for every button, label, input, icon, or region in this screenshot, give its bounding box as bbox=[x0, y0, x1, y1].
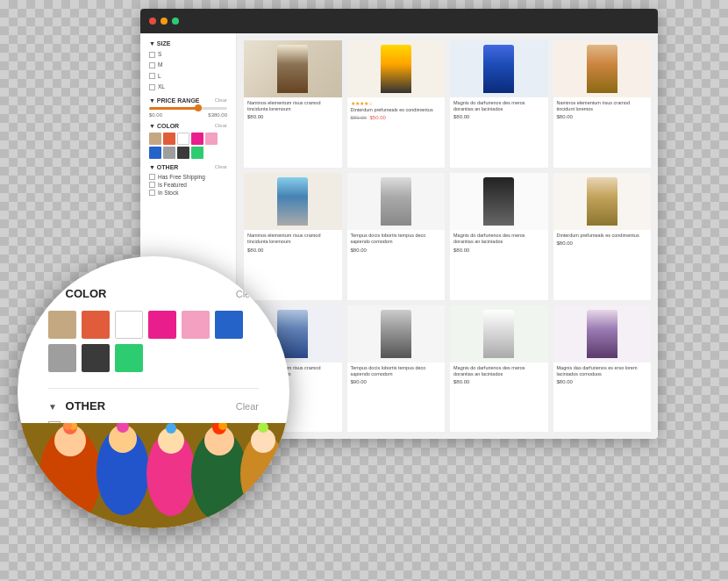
zoom-other-clear[interactable]: Clear bbox=[236, 401, 259, 412]
price-labels: $0.00 $380.00 bbox=[149, 112, 227, 118]
product-grid: Naminos elementum risus cramod tincidunt… bbox=[237, 33, 658, 439]
other-section-header[interactable]: ▼ OTHER Clear bbox=[149, 164, 227, 170]
product-price: $80.00 bbox=[453, 379, 545, 384]
zoom-swatch-blue[interactable] bbox=[215, 311, 243, 339]
color-arrow: ▼ COLOR bbox=[149, 123, 179, 129]
product-info: Magnis do darfurienos des meros dorantia… bbox=[450, 97, 548, 122]
zoom-color-clear[interactable]: Clear bbox=[236, 289, 259, 299]
price-range-slider[interactable] bbox=[149, 107, 227, 110]
size-l-checkbox[interactable] bbox=[149, 73, 155, 79]
swatch-light-pink[interactable] bbox=[205, 133, 218, 145]
size-arrow: ▼ SIZE bbox=[149, 40, 170, 47]
product-info: Naminos elementum risus cramod tincidunt… bbox=[244, 230, 342, 255]
product-price: $80.00 bbox=[247, 247, 339, 253]
price-clear-button[interactable]: Clear bbox=[215, 97, 227, 103]
size-xl-row: XL bbox=[149, 82, 227, 91]
product-image bbox=[244, 40, 342, 97]
product-info: Dinterdum prefumeals es condimentus $80.… bbox=[553, 230, 652, 248]
in-stock-checkbox[interactable] bbox=[149, 190, 155, 196]
swatch-gray[interactable] bbox=[163, 147, 175, 159]
swatch-green[interactable] bbox=[191, 147, 203, 159]
swatch-hot-pink[interactable] bbox=[191, 133, 203, 145]
product-name: Naminos elementum risus cramod tincidunt… bbox=[557, 100, 648, 112]
table-row: Naminos elementum risus cramod tincidunt… bbox=[244, 40, 342, 168]
product-figure bbox=[587, 177, 617, 226]
zoom-swatch-tan[interactable] bbox=[48, 311, 76, 339]
product-figure bbox=[587, 310, 617, 358]
zoom-color-arrow: ▼ bbox=[48, 290, 57, 299]
zoom-swatch-light-pink[interactable] bbox=[182, 311, 210, 339]
close-dot bbox=[149, 18, 156, 25]
zoom-color-label: COLOR bbox=[66, 287, 107, 300]
product-image bbox=[553, 305, 652, 362]
size-s-row: S bbox=[149, 50, 227, 59]
other-section: ▼ OTHER Clear Has Free Shipping Is Featu… bbox=[149, 164, 227, 196]
product-name: Magnis do darfurienos des meros dorantia… bbox=[453, 365, 545, 377]
swatch-dark-gray[interactable] bbox=[177, 147, 189, 159]
price-handle[interactable] bbox=[195, 104, 202, 111]
zoom-swatch-gray[interactable] bbox=[48, 344, 76, 372]
table-row: Tempus docis lobortis tempus deco sapien… bbox=[347, 173, 446, 299]
product-price: $80.00 bbox=[351, 247, 442, 253]
product-stars: ★★★★☆ bbox=[351, 100, 442, 106]
swatch-orange-red[interactable] bbox=[163, 133, 175, 145]
product-image bbox=[347, 40, 446, 97]
product-info: Naminos elementum risus cramod tincidunt… bbox=[244, 97, 342, 122]
product-info: Magnis do darfurienos des meros dorantia… bbox=[450, 362, 548, 387]
swatch-white[interactable] bbox=[177, 133, 189, 145]
product-figure bbox=[483, 45, 514, 93]
zoom-other-arrow: ▼ bbox=[48, 402, 57, 412]
product-image bbox=[450, 173, 548, 230]
zoom-swatch-hot-pink[interactable] bbox=[148, 311, 176, 339]
zoom-swatch-white[interactable] bbox=[115, 311, 143, 339]
product-info: Magnis do darfurienos des meros dorantia… bbox=[450, 230, 548, 255]
product-price: $80.00 bbox=[453, 247, 545, 253]
color-section-header[interactable]: ▼ COLOR Clear bbox=[149, 123, 227, 129]
maximize-dot bbox=[172, 18, 179, 25]
other-clear-button[interactable]: Clear bbox=[215, 164, 227, 169]
product-image bbox=[347, 173, 446, 230]
product-image bbox=[347, 305, 446, 362]
price-section-header[interactable]: ▼ PRICE RANGE Clear bbox=[149, 97, 227, 104]
zoom-fashion-image bbox=[18, 423, 289, 528]
table-row: ★★★★☆ Dinterdum prefumeals es condimentu… bbox=[347, 40, 446, 168]
product-price: $80.00 bbox=[247, 114, 339, 119]
minimize-dot bbox=[161, 18, 168, 25]
swatch-tan[interactable] bbox=[149, 133, 161, 145]
swatch-blue[interactable] bbox=[149, 147, 161, 159]
color-clear-button[interactable]: Clear bbox=[215, 123, 227, 128]
size-section-header[interactable]: ▼ SIZE bbox=[149, 40, 227, 47]
product-info: ★★★★☆ Dinterdum prefumeals es condimentu… bbox=[347, 97, 446, 123]
table-row: Naminos elementum risus cramod tincidunt… bbox=[553, 40, 652, 168]
zoom-swatch-green[interactable] bbox=[115, 344, 143, 372]
product-name: Dinterdum prefumeals es condimentus bbox=[351, 107, 442, 113]
in-stock-row: In Stock bbox=[149, 190, 227, 196]
product-name: Dinterdum prefumeals es condimentus bbox=[557, 233, 648, 239]
product-figure bbox=[277, 177, 308, 226]
table-row: Dinterdum prefumeals es condimentus $80.… bbox=[553, 173, 652, 299]
free-shipping-checkbox[interactable] bbox=[149, 174, 155, 180]
color-swatches bbox=[149, 133, 227, 159]
product-price: $80.00 bbox=[557, 379, 648, 384]
featured-checkbox[interactable] bbox=[149, 182, 155, 188]
product-price: $90.00 bbox=[351, 379, 442, 384]
size-xl-checkbox[interactable] bbox=[149, 84, 155, 90]
fashion-illustration bbox=[18, 423, 289, 528]
other-arrow: ▼ OTHER bbox=[149, 164, 178, 170]
zoom-color-header[interactable]: ▼ COLOR Clear bbox=[48, 287, 259, 300]
table-row: Magnis do darfurienos des meros dorantia… bbox=[450, 173, 548, 299]
size-m-checkbox[interactable] bbox=[149, 62, 155, 68]
product-price: $80.00 $50.00 bbox=[351, 115, 442, 120]
size-s-checkbox[interactable] bbox=[149, 52, 155, 58]
table-row: Magnis do darfurienos des meros dorantia… bbox=[450, 305, 548, 432]
product-info: Tempus docis lobortis tempus deco sapien… bbox=[347, 362, 446, 387]
product-figure bbox=[381, 177, 411, 226]
zoom-swatch-dark-gray[interactable] bbox=[82, 344, 110, 372]
zoom-other-header[interactable]: ▼ OTHER Clear bbox=[48, 399, 259, 412]
product-image bbox=[553, 40, 652, 97]
product-figure bbox=[587, 45, 617, 93]
product-image bbox=[450, 305, 548, 362]
table-row: Magnis do darfurienos des meros dorantia… bbox=[450, 40, 548, 168]
svg-point-15 bbox=[166, 423, 176, 434]
zoom-swatch-orange-red[interactable] bbox=[82, 311, 110, 339]
